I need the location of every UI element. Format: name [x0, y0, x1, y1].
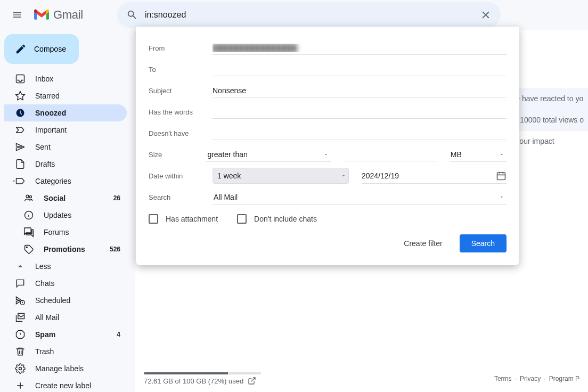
sidebar-item-social[interactable]: Social 26: [4, 190, 127, 207]
doesnt-have-input[interactable]: [213, 127, 507, 140]
search-input[interactable]: [143, 10, 475, 20]
svg-point-4: [26, 247, 27, 248]
size-unit-value: MB: [451, 150, 462, 159]
people-icon: [23, 193, 34, 203]
spam-icon: [15, 329, 26, 340]
sidebar-item-updates[interactable]: Updates: [4, 207, 127, 224]
to-input[interactable]: [213, 63, 507, 76]
sidebar-item-trash[interactable]: Trash: [4, 343, 127, 360]
svg-point-2: [29, 195, 31, 198]
message-row[interactable]: e have reacted to yo: [511, 88, 588, 109]
date-within-value: 1 week: [217, 172, 241, 180]
message-row[interactable]: your impact: [511, 130, 588, 152]
sidebar-item-create-label[interactable]: Create new label: [4, 377, 127, 392]
chevron-down-icon: [10, 178, 18, 184]
gmail-text: Gmail: [53, 8, 83, 22]
has-attachment-checkbox[interactable]: Has attachment: [149, 214, 218, 224]
sidebar-item-important[interactable]: Important: [4, 121, 127, 138]
size-value-input[interactable]: [344, 148, 437, 161]
search-bar: [117, 2, 501, 28]
sidebar-item-promotions[interactable]: Promotions 526: [4, 241, 127, 258]
svg-point-6: [19, 368, 22, 370]
forum-icon: [23, 227, 34, 238]
nav-label: Trash: [35, 347, 120, 356]
sidebar-item-snoozed[interactable]: Snoozed: [4, 104, 127, 121]
message-row[interactable]: , 10000 total views o: [511, 109, 588, 130]
nav-label: Snoozed: [35, 109, 120, 117]
chevron-down-icon: [323, 152, 329, 157]
sidebar: Compose Inbox Starred Snoozed Important …: [0, 30, 135, 392]
subject-label: Subject: [149, 87, 213, 95]
subject-input[interactable]: [213, 84, 507, 97]
sidebar-item-manage-labels[interactable]: Manage labels: [4, 360, 127, 377]
sidebar-item-all-mail[interactable]: All Mail: [4, 309, 127, 326]
nav-label: Create new label: [35, 381, 120, 390]
star-icon: [15, 91, 26, 101]
gmail-logo[interactable]: Gmail: [30, 8, 87, 22]
footer: 72.61 GB of 100 GB (72%) used Terms · Pr…: [135, 365, 588, 392]
has-words-input[interactable]: [213, 105, 507, 119]
checkbox-icon: [149, 214, 158, 224]
plus-icon: [15, 380, 26, 391]
size-operator-select[interactable]: greater than: [206, 147, 330, 162]
nav-count: 4: [117, 331, 120, 338]
sidebar-item-sent[interactable]: Sent: [4, 138, 127, 156]
nav-count: 526: [110, 246, 120, 253]
date-input[interactable]: 2024/12/19: [362, 172, 496, 180]
open-in-new-icon[interactable]: [248, 377, 256, 385]
sidebar-item-inbox[interactable]: Inbox: [4, 70, 127, 87]
nav-label: Categories: [35, 177, 120, 185]
footer-links: Terms · Privacy · Program P: [494, 375, 579, 382]
search-clear-button[interactable]: [475, 4, 496, 26]
sidebar-item-categories[interactable]: Categories: [4, 173, 127, 190]
nav-label: Manage labels: [35, 364, 120, 373]
file-icon: [15, 159, 26, 169]
chevron-up-icon: [15, 261, 26, 272]
from-input[interactable]: [213, 42, 507, 55]
sidebar-item-starred[interactable]: Starred: [4, 87, 127, 104]
footer-link-privacy[interactable]: Privacy: [520, 375, 541, 382]
main-menu-button[interactable]: [4, 2, 30, 28]
size-unit-select[interactable]: MB: [450, 147, 507, 162]
create-filter-button[interactable]: Create filter: [397, 235, 448, 252]
sidebar-item-forums[interactable]: Forums: [4, 224, 127, 241]
storage-indicator[interactable]: 72.61 GB of 100 GB (72%) used: [144, 372, 261, 385]
search-icon: [126, 9, 138, 21]
size-label: Size: [149, 151, 206, 159]
stacked-mail-icon: [15, 312, 26, 323]
dont-include-chats-label: Don't include chats: [254, 215, 317, 223]
header: Gmail: [0, 0, 588, 30]
nav-label: Drafts: [35, 160, 120, 168]
footer-link-terms[interactable]: Terms: [494, 375, 512, 382]
svg-point-1: [26, 195, 29, 198]
compose-button[interactable]: Compose: [4, 34, 79, 64]
trash-icon: [15, 346, 26, 357]
storage-text: 72.61 GB of 100 GB (72%) used: [144, 377, 243, 385]
checkbox-icon: [237, 214, 247, 224]
sidebar-item-scheduled[interactable]: Scheduled: [4, 292, 127, 309]
nav-label: Sent: [35, 143, 120, 151]
sidebar-item-chats[interactable]: Chats: [4, 275, 127, 292]
date-within-select[interactable]: 1 week: [213, 168, 349, 184]
calendar-icon[interactable]: [496, 170, 507, 181]
size-operator-value: greater than: [207, 150, 248, 159]
search-submit-button[interactable]: Search: [460, 234, 507, 252]
sidebar-item-drafts[interactable]: Drafts: [4, 156, 127, 173]
sidebar-item-less[interactable]: Less: [4, 258, 127, 275]
date-within-label: Date within: [149, 172, 213, 180]
chevron-down-icon: [341, 173, 346, 178]
search-button[interactable]: [121, 4, 143, 26]
chat-icon: [15, 278, 26, 289]
separator: ·: [544, 375, 545, 382]
nav-label: Social: [44, 194, 113, 202]
close-icon: [480, 9, 492, 21]
nav-label: Inbox: [35, 75, 120, 83]
important-icon: [15, 125, 26, 135]
nav-label: Forums: [44, 228, 120, 236]
search-in-value: All Mail: [214, 193, 238, 201]
hamburger-icon: [12, 10, 22, 20]
dont-include-chats-checkbox[interactable]: Don't include chats: [237, 214, 317, 224]
footer-link-program[interactable]: Program P: [549, 375, 579, 382]
search-in-select[interactable]: All Mail: [213, 190, 507, 205]
sidebar-item-spam[interactable]: Spam 4: [4, 326, 127, 343]
